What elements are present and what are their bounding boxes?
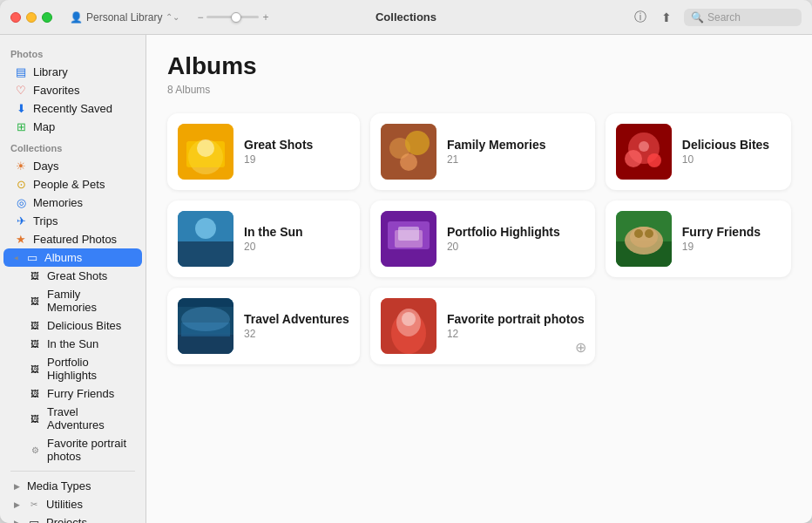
maximize-button[interactable] [42, 12, 52, 23]
sidebar-item-travel-adventures[interactable]: 🖼 Travel Adventures [3, 403, 142, 434]
album-count: 19 [244, 153, 349, 166]
sidebar-item-label: Favorites [33, 84, 79, 97]
sidebar-item-label: Map [33, 120, 55, 133]
album-thumb-delicious-bites [616, 124, 672, 180]
projects-icon: ▭ [27, 516, 41, 523]
album-count: 20 [447, 241, 585, 253]
sidebar-item-favorite-portrait[interactable]: ⚙ Favorite portrait photos [3, 434, 142, 465]
albums-grid: Great Shots 19 Family Memor [167, 113, 791, 364]
sidebar-item-trips[interactable]: ✈ Trips [3, 212, 142, 230]
sidebar-item-label: Days [33, 160, 59, 173]
sidebar-item-label: Projects [46, 516, 87, 523]
albums-icon: ▭ [25, 251, 39, 264]
thumb-svg-travel [178, 298, 233, 354]
album-card-portfolio-highlights[interactable]: Portfolio Highlights 20 [370, 200, 595, 277]
sidebar: Photos ▤ Library ♡ Favorites ⬇ Recently … [0, 35, 146, 523]
featured-icon: ★ [14, 233, 28, 246]
sidebar-item-map[interactable]: ⊞ Map [3, 118, 142, 136]
sidebar-item-delicious-bites[interactable]: 🖼 Delicious Bites [3, 316, 142, 335]
album-card-in-the-sun[interactable]: In the Sun 20 [167, 200, 360, 277]
album-thumb-family-memories [381, 124, 436, 180]
sidebar-item-furry-friends[interactable]: 🖼 Furry Friends [3, 384, 142, 403]
sidebar-item-utilities[interactable]: ▶ ✂ Utilities [3, 495, 142, 513]
sidebar-item-great-shots[interactable]: 🖼 Great Shots [3, 267, 142, 285]
album-count: 21 [447, 153, 585, 166]
sidebar-item-family-memories[interactable]: 🖼 Family Memories [3, 285, 142, 316]
svg-point-3 [197, 139, 214, 157]
favorites-icon: ♡ [14, 84, 28, 97]
search-input[interactable] [707, 11, 795, 24]
minimize-button[interactable] [26, 12, 37, 23]
thumb-svg-portrait [381, 298, 436, 354]
sidebar-item-favorites[interactable]: ♡ Favorites [3, 81, 142, 99]
sidebar-item-memories[interactable]: ◎ Memories [3, 194, 142, 212]
projects-expand-arrow: ▶ [14, 519, 20, 524]
sidebar-item-featured-photos[interactable]: ★ Featured Photos [3, 230, 142, 248]
window-title: Collections [376, 10, 436, 24]
sidebar-item-label: People & Pets [33, 178, 105, 191]
zoom-slider-container: − + [197, 11, 268, 24]
sidebar-item-label: Memories [33, 196, 83, 209]
svg-rect-14 [178, 241, 233, 267]
svg-point-6 [405, 131, 430, 155]
page-subtitle: 8 Albums [167, 84, 791, 96]
svg-point-24 [630, 227, 658, 248]
people-pets-icon: ⊙ [14, 178, 28, 191]
sidebar-item-in-the-sun[interactable]: 🖼 In the Sun [3, 335, 142, 353]
library-picker[interactable]: 👤 Personal Library ⌃⌄ [70, 11, 179, 24]
album-card-travel-adventures[interactable]: Travel Adventures 32 [167, 288, 360, 364]
info-button[interactable]: ⓘ [632, 9, 649, 26]
media-types-expand-arrow: ▶ [14, 482, 20, 491]
slider-thumb[interactable] [231, 12, 241, 23]
svg-point-35 [402, 312, 416, 326]
section-label-photos: Photos [0, 42, 145, 63]
album-info-delicious-bites: Delicious Bites 10 [682, 138, 781, 166]
album-card-great-shots[interactable]: Great Shots 19 [167, 113, 360, 190]
recently-saved-icon: ⬇ [14, 102, 28, 115]
album-action-button[interactable]: ⊕ [575, 339, 586, 356]
sidebar-item-days[interactable]: ☀ Days [3, 157, 142, 175]
titlebar-right: ⓘ ⬆ 🔍 [632, 9, 802, 26]
zoom-slider[interactable] [206, 16, 259, 18]
sidebar-item-label: Trips [33, 214, 58, 228]
sun-icon: 🖼 [28, 339, 42, 349]
sidebar-item-library[interactable]: ▤ Library [3, 63, 142, 81]
search-box: 🔍 [684, 9, 802, 26]
sidebar-item-portfolio-highlights[interactable]: 🖼 Portfolio Highlights [3, 353, 142, 384]
sidebar-item-label: Great Shots [47, 269, 107, 282]
slider-plus-icon: + [262, 11, 268, 24]
sidebar-item-label: Library [33, 65, 68, 78]
sidebar-item-albums[interactable]: ▾ ▭ Albums [3, 248, 142, 267]
sidebar-item-media-types[interactable]: ▶ Media Types [3, 477, 142, 495]
album-card-family-memories[interactable]: Family Memories 21 [370, 113, 595, 190]
sidebar-item-recently-saved[interactable]: ⬇ Recently Saved [3, 99, 142, 118]
svg-point-25 [634, 229, 643, 238]
album-name: Furry Friends [682, 225, 781, 239]
map-icon: ⊞ [14, 120, 28, 133]
utilities-icon: ✂ [27, 499, 41, 509]
svg-point-7 [400, 153, 417, 171]
sidebar-item-projects[interactable]: ▶ ▭ Projects [3, 513, 142, 523]
album-name: Travel Adventures [244, 312, 349, 326]
share-button[interactable]: ⬆ [658, 9, 675, 26]
albums-expand-arrow: ▾ [12, 255, 21, 260]
sidebar-item-label: Favorite portrait photos [47, 437, 132, 463]
section-label-collections: Collections [0, 136, 145, 157]
sidebar-item-label: Delicious Bites [47, 319, 121, 332]
album-name: Portfolio Highlights [447, 225, 585, 239]
album-card-favorite-portrait[interactable]: Favorite portrait photos 12 ⊕ [370, 288, 595, 364]
sidebar-item-label: Family Memories [47, 288, 132, 314]
album-info-favorite-portrait: Favorite portrait photos 12 [447, 312, 585, 340]
close-button[interactable] [10, 12, 21, 23]
album-info-travel-adventures: Travel Adventures 32 [244, 312, 349, 340]
album-card-delicious-bites[interactable]: Delicious Bites 10 [606, 113, 791, 190]
library-picker-label: Personal Library [86, 11, 162, 24]
sidebar-item-label: Furry Friends [47, 387, 114, 400]
sidebar-item-label: In the Sun [47, 337, 98, 350]
sidebar-item-people-pets[interactable]: ⊙ People & Pets [3, 175, 142, 194]
album-name: In the Sun [244, 225, 349, 239]
album-card-furry-friends[interactable]: Furry Friends 19 [606, 200, 791, 277]
sidebar-item-label: Media Types [27, 479, 91, 492]
album-thumb-furry-friends [616, 211, 672, 267]
albums-children: 🖼 Great Shots 🖼 Family Memories 🖼 Delici… [0, 267, 145, 465]
